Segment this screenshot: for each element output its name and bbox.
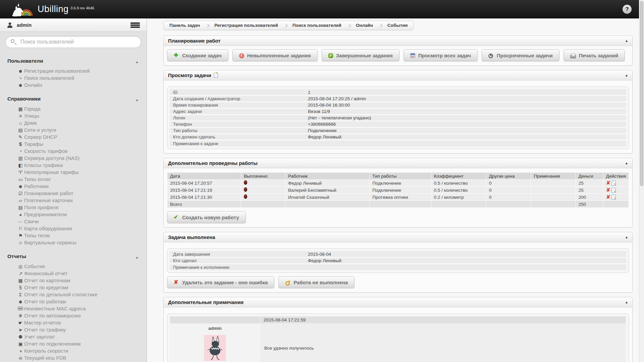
collapse-arrow-icon[interactable]: ▲ [136, 254, 139, 260]
sidebar-item[interactable]: ◎ События [0, 263, 147, 270]
sidebar-item[interactable]: ◧ Классы трафика [0, 162, 147, 169]
sidebar-item[interactable]: ☻ Работники [0, 183, 147, 190]
toolbar-button[interactable]: Создание задач [167, 49, 228, 61]
sidebar-section-label: Пользователи [7, 58, 43, 64]
collapse-arrow-icon[interactable]: ▲ [136, 97, 139, 103]
detail-label: Тип работы [170, 127, 305, 134]
task-done-row: Дата завершения 2015-08-04 [170, 251, 626, 257]
delete-work-icon[interactable]: ✘ [606, 188, 610, 192]
sidebar-item[interactable]: ♈ Непопулярные тарифы [0, 169, 147, 176]
delete-work-icon[interactable]: ✘ [606, 195, 610, 199]
sidebar-item-label: Сервер DHCP [24, 134, 57, 140]
breadcrumb-item[interactable]: Онлайн [346, 21, 377, 30]
sidebar-item[interactable]: NA Неизвестные MAC адреса [0, 305, 147, 312]
sidebar-item[interactable]: ◔ Скорость тарифов [0, 147, 147, 155]
page-scrollbar[interactable] [639, 0, 644, 362]
task-detail-row: ID 1 [170, 89, 626, 96]
payment-cards-icon: ▱ [17, 198, 24, 203]
sidebar-item[interactable]: ▥ Сервера доступа (NAS) [0, 155, 147, 162]
toolbar-button[interactable]: Невыполненные задания [232, 49, 318, 61]
sidebar-item[interactable]: ♀ Поиск пользователей [0, 74, 147, 81]
work-coeff: 0.5 / количество [431, 180, 486, 186]
sidebar-item[interactable]: ⌂ Дома [0, 119, 147, 126]
sidebar-item[interactable]: ▱ Платежные карточки [0, 197, 147, 204]
sidebar-item[interactable]: ≡ Улицы [0, 112, 147, 119]
edit-work-icon[interactable] [611, 181, 616, 186]
sidebar-item[interactable]: ☺ Виртуальные сервисы [0, 239, 147, 246]
breadcrumb-item[interactable]: Панель задач [165, 21, 204, 30]
panel-collapse-icon[interactable]: ▲ [625, 70, 628, 80]
works-total-row: Всего 250 [167, 201, 629, 207]
toolbar-button[interactable]: Просмотр всех задач [404, 49, 478, 61]
panel-collapse-icon[interactable]: ▲ [625, 158, 628, 168]
works-header-row: ДатаВыплаченоРаботникТип работыКоэффицие… [167, 173, 629, 179]
sidebar-item[interactable]: ⚑ Типы тегов [0, 232, 147, 239]
search-input[interactable] [5, 36, 141, 48]
task-done-button[interactable]: Удалить это задание - оно ошибка [167, 276, 274, 288]
work-type: Подключение [370, 180, 431, 186]
work-date: 2015-08-04 17:20:57 [167, 180, 241, 186]
sidebar-item[interactable]: ☑ Планирование работ [0, 190, 147, 197]
sidebar-item[interactable]: ☻ Регистрация пользователей [0, 67, 147, 74]
task-done-row: Кто сделал Федор Ленивый [170, 257, 626, 264]
sidebar-item[interactable]: ▣ Отчет по подключениям [0, 340, 147, 347]
sidebar-item[interactable]: ▦ Города [0, 105, 147, 112]
current-user-row[interactable]: admin [0, 18, 147, 32]
breadcrumb-item[interactable]: Регистрация пользователей [204, 21, 282, 30]
scrollbar-thumb[interactable] [640, 1, 643, 186]
detail-label: Кто должен сделать [170, 134, 305, 140]
sidebar-item[interactable]: § Отчет по кредитам [0, 284, 147, 291]
sidebar-item[interactable]: ☻ Онлайн [0, 81, 147, 88]
sidebar-item[interactable]: ✎ Сервер DHCP [0, 133, 147, 140]
panel-title: Дополнительно проведены работы [168, 158, 258, 168]
delete-work-icon[interactable]: ✘ [606, 181, 610, 185]
payment-types-icon: ▭ [17, 177, 24, 182]
panel-collapse-icon[interactable]: ▲ [625, 232, 628, 242]
button-label: Просмотр всех задач [418, 53, 471, 58]
button-label: Завершенные задания [336, 53, 393, 58]
task-detail-row: Кто должен сделать Федор Ленивый [170, 134, 626, 140]
search-icon [11, 39, 14, 43]
sidebar-item[interactable]: ➤ Отчет по трафику [0, 326, 147, 333]
sidebar-item[interactable]: ↗ Финансовый отчет [0, 270, 147, 277]
sidebar-item[interactable]: ❄ Отчет по автозаморозке [0, 312, 147, 319]
sidebar-item[interactable]: ▭ Типы оплат [0, 176, 147, 183]
breadcrumb-item[interactable]: События [377, 21, 412, 30]
sidebar-item[interactable]: ☠ Текущий кеш FDB [0, 354, 147, 361]
sidebar-item[interactable]: Σ Отчет по детальной статистике [0, 291, 147, 298]
sidebar-item-label: Виртуальные сервисы [24, 240, 76, 245]
sidebar-item-label: Отчет по детальной статистике [24, 292, 98, 297]
edit-task-icon[interactable] [214, 73, 218, 78]
sidebar-item[interactable]: ▤ Поля профиля [0, 204, 147, 211]
sidebar-section-label: Отчеты [7, 253, 26, 259]
edit-work-icon[interactable] [611, 195, 616, 200]
sidebar-item-label: Непопулярные тарифы [24, 169, 79, 175]
help-icon[interactable]: ? [623, 5, 632, 14]
breadcrumb-item[interactable]: Поиск пользователей [282, 21, 346, 30]
task-done-button[interactable]: Работа не выполнена [278, 276, 355, 288]
sidebar-item[interactable]: ⋯ Свичи [0, 218, 147, 225]
sidebar-item[interactable]: ▤ Сети и услуги [0, 126, 147, 133]
work-coeff: 0.2 / километр [431, 194, 486, 200]
sidebar-item[interactable]: ⚉ Учет зарплат [0, 333, 147, 340]
toolbar-button[interactable]: Просроченные задачи [482, 49, 559, 61]
create-new-work-button[interactable]: Создать новую работу [167, 211, 246, 223]
detail-value [305, 264, 626, 270]
sidebar-item[interactable]: ◑ Контроль скорости [0, 347, 147, 354]
sidebar-item[interactable]: ☻ Отчет по работам [0, 298, 147, 305]
panel-collapse-icon[interactable]: ▲ [625, 36, 628, 46]
virtual-services-icon: ☺ [17, 240, 24, 245]
sidebar-item[interactable]: ◕ Предприниматели [0, 211, 147, 218]
sidebar-item[interactable]: ▦ Отчет по карточкам [0, 277, 147, 284]
toolbar-button[interactable]: Печать заданий [564, 49, 625, 61]
sidebar-item[interactable]: ☛ Мастер отчетов [0, 319, 147, 326]
panel-collapse-icon[interactable]: ▲ [625, 297, 628, 307]
collapse-arrow-icon[interactable]: ▲ [136, 59, 139, 65]
task-done-row: Примечания к исполнению [170, 264, 626, 270]
sidebar-section-header: Отчеты ▲ [0, 253, 147, 259]
sidebar-item[interactable]: ⚐ Карта оборудования [0, 225, 147, 232]
sidebar-item[interactable]: $ Тарифы [0, 140, 147, 147]
toolbar-button[interactable]: Завершенные задания [322, 49, 399, 61]
edit-work-icon[interactable] [611, 188, 616, 193]
hamburger-menu-icon[interactable] [130, 22, 140, 28]
